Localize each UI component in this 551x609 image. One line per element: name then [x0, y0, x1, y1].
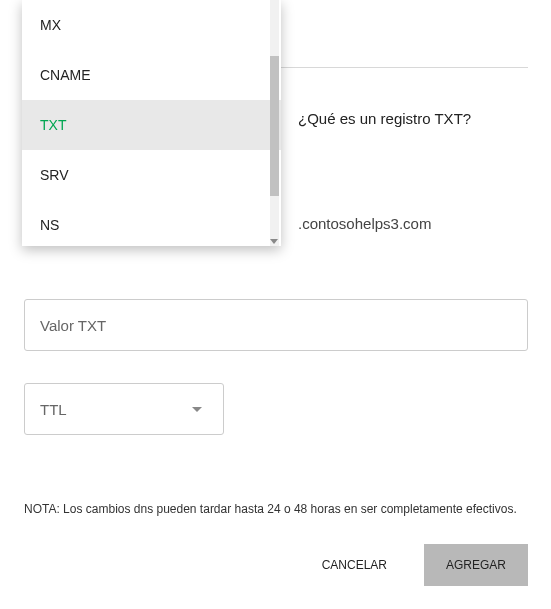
- txt-value-input[interactable]: [24, 299, 528, 351]
- record-type-list: MX CNAME TXT SRV NS: [22, 0, 281, 246]
- dns-record-form: ¿Qué es un registro TXT? .contosohelps3.…: [0, 0, 551, 609]
- dropdown-scrollbar-thumb[interactable]: [270, 56, 279, 196]
- record-type-dropdown-menu: MX CNAME TXT SRV NS: [22, 0, 281, 246]
- chevron-down-icon: [192, 407, 202, 412]
- form-actions: CANCELAR AGREGAR: [317, 544, 528, 586]
- dns-propagation-note: NOTA: Los cambios dns pueden tardar hast…: [24, 502, 517, 516]
- dropdown-option-txt[interactable]: TXT: [22, 100, 281, 150]
- txt-help-link[interactable]: ¿Qué es un registro TXT?: [298, 110, 471, 127]
- divider: [281, 67, 528, 68]
- dropdown-option-srv[interactable]: SRV: [22, 150, 281, 200]
- ttl-label: TTL: [40, 401, 67, 418]
- dropdown-scrollbar-track[interactable]: [270, 0, 279, 246]
- dropdown-option-mx[interactable]: MX: [22, 0, 281, 50]
- add-button[interactable]: AGREGAR: [424, 544, 528, 586]
- domain-suffix-text: .contosohelps3.com: [298, 215, 431, 232]
- scrollbar-arrow-down-icon[interactable]: [270, 239, 278, 244]
- dropdown-option-cname[interactable]: CNAME: [22, 50, 281, 100]
- ttl-select[interactable]: TTL: [24, 383, 224, 435]
- cancel-button[interactable]: CANCELAR: [317, 548, 392, 582]
- dropdown-option-ns[interactable]: NS: [22, 200, 281, 246]
